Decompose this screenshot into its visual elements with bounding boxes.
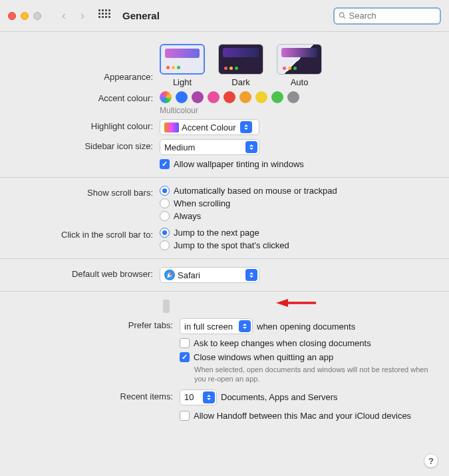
appearance-option-light[interactable]: Light	[160, 44, 205, 87]
stepper-icon	[245, 141, 257, 153]
scrollbars-radio-always[interactable]: Always	[160, 211, 429, 221]
show-all-icon[interactable]	[98, 9, 112, 23]
accent-swatch-red[interactable]	[224, 91, 235, 103]
checkbox-icon	[160, 159, 170, 169]
stepper-icon	[239, 320, 251, 332]
close-windows-note: When selected, open documents and window…	[194, 365, 429, 384]
accent-swatch-blue[interactable]	[176, 91, 188, 103]
appearance-label: Appearance:	[20, 44, 160, 82]
stepper-icon	[240, 121, 252, 133]
stepper-icon	[203, 391, 215, 403]
highlight-swatch-icon	[164, 122, 179, 132]
allow-handoff-checkbox[interactable]: Allow Handoff between this Mac and your …	[180, 411, 429, 421]
accent-swatch-multicolour[interactable]	[160, 91, 172, 103]
recent-items-select[interactable]: 10	[180, 389, 217, 405]
appearance-option-dark[interactable]: Dark	[218, 44, 263, 87]
safari-icon	[164, 270, 175, 280]
search-input[interactable]	[349, 11, 436, 21]
prefer-tabs-label: Prefer tabs:	[20, 318, 180, 330]
help-button[interactable]: ?	[424, 453, 438, 468]
appearance-option-auto[interactable]: Auto	[277, 44, 322, 87]
search-field[interactable]	[333, 7, 441, 25]
stepper-icon	[245, 269, 257, 281]
accent-swatch-orange[interactable]	[239, 91, 251, 103]
scrollbars-radio-scrolling[interactable]: When scrolling	[160, 198, 429, 208]
accent-swatch-yellow[interactable]	[255, 91, 267, 103]
default-web-browser-label: Default web browser:	[20, 267, 160, 279]
prefer-tabs-select[interactable]: in full screen	[180, 318, 253, 334]
click-scroll-radio-next-page[interactable]: Jump to the next page	[160, 228, 429, 238]
recent-items-label: Recent items:	[20, 389, 180, 401]
window-title: General	[122, 10, 160, 21]
click-scroll-radio-spot[interactable]: Jump to the spot that's clicked	[160, 240, 429, 250]
scrollbars-radio-auto[interactable]: Automatically based on mouse or trackpad	[160, 186, 429, 196]
close-windows-checkbox[interactable]: Close windows when quitting an app	[180, 352, 429, 362]
ask-keep-changes-checkbox[interactable]: Ask to keep changes when closing documen…	[180, 338, 429, 348]
forward-button[interactable]: ›	[73, 8, 92, 24]
close-window-button[interactable]	[8, 12, 16, 20]
accent-swatch-green[interactable]	[271, 91, 283, 103]
search-icon	[339, 11, 347, 20]
sidebar-icon-size-select[interactable]: Medium	[160, 139, 259, 155]
click-scroll-bar-label: Click in the scroll bar to:	[20, 228, 160, 240]
svg-line-1	[343, 17, 345, 19]
highlight-colour-select[interactable]: Accent Colour	[160, 119, 259, 135]
accent-colour-swatches[interactable]	[160, 91, 429, 103]
back-button[interactable]: ‹	[55, 8, 73, 24]
prefer-tabs-suffix: when opening documents	[257, 322, 355, 332]
minimize-window-button[interactable]	[21, 12, 29, 20]
divider-handle	[163, 300, 170, 313]
sidebar-icon-size-label: Sidebar icon size:	[20, 139, 160, 151]
recent-items-suffix: Documents, Apps and Servers	[221, 392, 338, 402]
accent-swatch-purple[interactable]	[192, 91, 204, 103]
accent-colour-name: Multicolour	[160, 106, 429, 115]
show-scroll-bars-label: Show scroll bars:	[20, 186, 160, 198]
accent-swatch-pink[interactable]	[208, 91, 220, 103]
default-web-browser-select[interactable]: Safari	[160, 267, 259, 283]
highlight-colour-label: Highlight colour:	[20, 119, 160, 131]
wallpaper-tinting-checkbox[interactable]: Allow wallpaper tinting in windows	[160, 159, 429, 169]
svg-point-0	[339, 13, 344, 17]
accent-swatch-graphite[interactable]	[287, 91, 299, 103]
accent-colour-label: Accent colour:	[20, 91, 160, 103]
zoom-window-button-disabled	[33, 12, 41, 20]
